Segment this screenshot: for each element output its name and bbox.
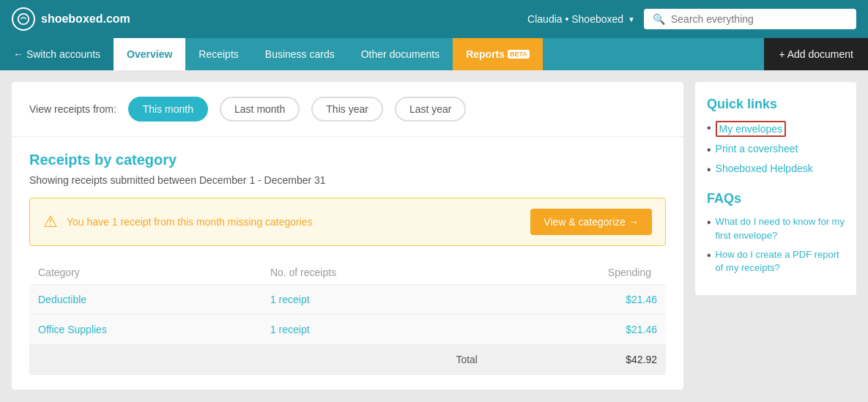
date-filter-label: View receipts from: (29, 103, 116, 115)
logo-text: shoeboxed.com (41, 12, 130, 26)
warning-icon: ⚠ (43, 212, 58, 231)
count-cell: 1 receipt (261, 315, 486, 345)
receipts-table: Category No. of receipts Spending Deduct… (29, 261, 666, 375)
faqs-list: • What do I need to know for my first en… (707, 215, 845, 275)
view-categorize-button[interactable]: View & categorize → (530, 209, 652, 235)
left-panel: View receipts from: This month Last mont… (12, 82, 683, 390)
warning-text: You have 1 receipt from this month missi… (67, 216, 313, 228)
count-cell: 1 receipt (261, 285, 486, 315)
search-box: 🔍 (644, 9, 856, 29)
logo-icon (12, 7, 35, 31)
logo-area: shoeboxed.com (12, 7, 130, 31)
nav-overview[interactable]: Overview (114, 38, 185, 70)
bullet-icon: • (707, 143, 711, 157)
this-year-button[interactable]: This year (311, 97, 383, 122)
last-month-button[interactable]: Last month (220, 97, 300, 122)
warning-banner: ⚠ You have 1 receipt from this month mis… (29, 198, 666, 246)
list-item: • Print a coversheet (707, 143, 845, 157)
date-filter: View receipts from: This month Last mont… (12, 82, 683, 137)
faqs-title: FAQs (707, 191, 845, 206)
user-dropdown[interactable]: Claudia • Shoeboxed ▼ (527, 13, 635, 25)
last-year-button[interactable]: Last year (395, 97, 467, 122)
section-title: Receipts by category (29, 152, 666, 168)
my-envelopes-link[interactable]: My envelopes (716, 121, 786, 137)
category-cell: Deductible (29, 285, 261, 315)
user-label: Claudia • Shoeboxed (527, 13, 623, 25)
bullet-icon: • (707, 163, 711, 176)
spending-header: Spending (486, 261, 666, 285)
header: shoeboxed.com Claudia • Shoeboxed ▼ 🔍 (0, 0, 868, 38)
receipts-label: Receipts (199, 48, 238, 60)
office-supplies-count-link[interactable]: 1 receipt (270, 324, 310, 335)
add-document-button[interactable]: + Add document (764, 38, 868, 70)
svg-point-0 (18, 14, 29, 24)
total-label: Total (261, 345, 486, 375)
add-document-label: + Add document (779, 48, 853, 60)
nav-switch-accounts[interactable]: ← Switch accounts (0, 38, 114, 70)
total-empty-1 (29, 345, 261, 375)
business-cards-label: Business cards (265, 48, 335, 60)
list-item: • How do I create a PDF report of my rec… (707, 248, 845, 275)
quick-links-list: • My envelopes • Print a coversheet • Sh… (707, 121, 845, 176)
nav-business-cards[interactable]: Business cards (252, 38, 348, 70)
nav-receipts[interactable]: Receipts (185, 38, 251, 70)
nav-reports[interactable]: Reports BETA (453, 38, 543, 70)
date-subtitle: Showing receipts submitted between Decem… (29, 174, 666, 186)
helpdesk-link[interactable]: Shoeboxed Helpdesk (716, 163, 813, 174)
header-right: Claudia • Shoeboxed ▼ 🔍 (527, 9, 856, 29)
reports-label: Reports (466, 48, 505, 60)
faq-first-envelope-link[interactable]: What do I need to know for my first enve… (716, 215, 845, 242)
print-coversheet-link[interactable]: Print a coversheet (716, 143, 798, 155)
office-supplies-link[interactable]: Office Supplies (38, 324, 107, 335)
this-month-button[interactable]: This month (128, 97, 208, 122)
bullet-icon: • (707, 248, 711, 262)
total-row: Total $42.92 (29, 345, 666, 375)
category-cell: Office Supplies (29, 315, 261, 345)
warning-left: ⚠ You have 1 receipt from this month mis… (43, 212, 313, 231)
deductible-link[interactable]: Deductible (38, 294, 86, 305)
list-item: • Shoeboxed Helpdesk (707, 163, 845, 176)
search-input[interactable] (671, 13, 847, 25)
quick-links-title: Quick links (707, 97, 845, 112)
dropdown-caret-icon: ▼ (628, 15, 635, 23)
other-documents-label: Other documents (361, 48, 439, 60)
switch-accounts-label: ← Switch accounts (13, 48, 100, 60)
table-row: Deductible 1 receipt $21.46 (29, 285, 666, 315)
total-value: $42.92 (486, 345, 666, 375)
table-header-row: Category No. of receipts Spending (29, 261, 666, 285)
list-item: • What do I need to know for my first en… (707, 215, 845, 242)
category-header: Category (29, 261, 261, 285)
navbar: ← Switch accounts Overview Receipts Busi… (0, 38, 868, 70)
deductible-count-link[interactable]: 1 receipt (270, 294, 310, 305)
search-icon: 🔍 (653, 13, 665, 25)
overview-label: Overview (127, 48, 172, 60)
nav-other-documents[interactable]: Other documents (348, 38, 453, 70)
count-header: No. of receipts (261, 261, 486, 285)
category-section: Receipts by category Showing receipts su… (12, 137, 683, 390)
faq-pdf-report-link[interactable]: How do I create a PDF report of my recei… (716, 248, 845, 275)
list-item: • My envelopes (707, 121, 845, 137)
beta-badge: BETA (508, 50, 530, 59)
spending-cell: $21.46 (486, 285, 666, 315)
table-row: Office Supplies 1 receipt $21.46 (29, 315, 666, 345)
bullet-icon: • (707, 121, 711, 135)
main-content: View receipts from: This month Last mont… (0, 70, 868, 401)
right-panel: Quick links • My envelopes • Print a cov… (695, 82, 856, 295)
bullet-icon: • (707, 215, 711, 229)
spending-cell: $21.46 (486, 315, 666, 345)
